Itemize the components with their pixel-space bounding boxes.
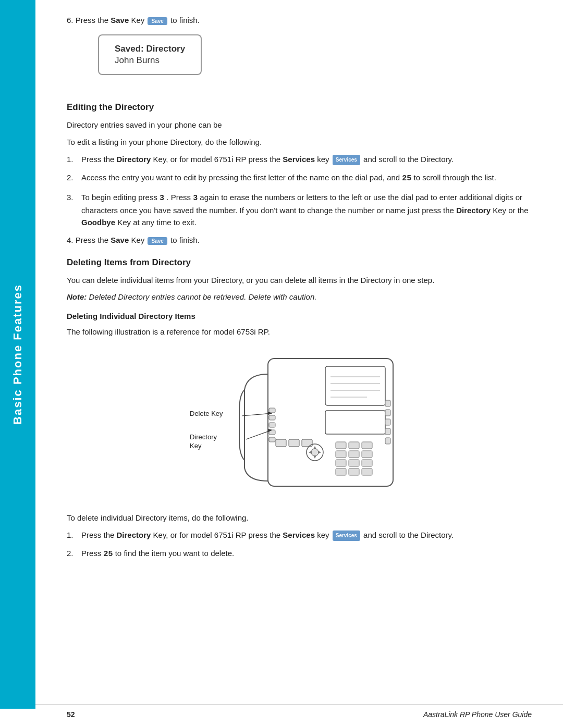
step6-after: to finish. (170, 16, 200, 24)
illustration-caption: The following illustration is a referenc… (67, 326, 532, 338)
deleting-heading: Deleting Items from Directory (67, 257, 532, 268)
svg-rect-34 (269, 415, 275, 420)
directory-key-label-text: DirectoryKey (190, 433, 217, 450)
step6-bold: Save (111, 16, 129, 24)
svg-rect-16 (336, 442, 346, 449)
directory-bold-1: Directory (117, 155, 151, 164)
mono-3-1: 3 (160, 194, 164, 203)
svg-rect-22 (336, 460, 346, 466)
item-num-2: 2. (67, 171, 81, 183)
del-item-num-2: 2. (67, 547, 81, 559)
svg-rect-32 (385, 438, 390, 444)
del-item-content-1: Press the Directory Key, or for model 67… (81, 529, 532, 541)
saved-directory-box: Saved: Directory John Burns (98, 34, 202, 75)
item-content-3: To begin editing press 3 . Press 3 again… (81, 191, 532, 229)
item4-mid: Key (129, 236, 144, 244)
editing-para1: Directory entries saved in your phone ca… (67, 119, 532, 131)
step6-mid: Key (129, 16, 144, 24)
item4-before: 4. Press the (67, 236, 111, 244)
note-bold: Note: (67, 292, 87, 301)
svg-rect-35 (269, 423, 275, 427)
item-content-1: Press the Directory Key, or for model 67… (81, 153, 532, 165)
save-key-button-2: Save (148, 237, 167, 245)
main-content: 6. Press the Save Key Save to finish. Sa… (35, 0, 563, 599)
svg-rect-1 (325, 366, 385, 405)
svg-rect-30 (385, 419, 390, 425)
directory-bold-3: Directory (117, 530, 151, 539)
directory-bold-2: Directory (456, 206, 491, 215)
svg-rect-33 (269, 408, 275, 413)
svg-rect-24 (362, 460, 372, 466)
svg-rect-6 (325, 411, 385, 434)
svg-rect-19 (336, 451, 346, 458)
editing-item-1: 1. Press the Directory Key, or for model… (67, 153, 532, 165)
svg-rect-20 (349, 451, 359, 458)
sidebar-label: Basic Phone Features (11, 284, 25, 425)
editing-list: 1. Press the Directory Key, or for model… (67, 153, 532, 228)
deleting-note: Note: Deleted Directory entries cannot b… (67, 291, 532, 303)
directory-key-label: DirectoryKey (190, 433, 217, 451)
goodbye-bold: Goodbye (81, 218, 115, 227)
saved-box-line1: Saved: Directory (115, 44, 185, 54)
editing-item-3: 3. To begin editing press 3 . Press 3 ag… (67, 191, 532, 229)
step6-before: 6. Press the (67, 16, 111, 24)
svg-marker-12 (313, 446, 316, 449)
services-bold-1: Services (283, 155, 315, 164)
delete-key-label: Delete Key (190, 410, 223, 417)
svg-rect-18 (362, 442, 372, 449)
phone-svg (190, 348, 409, 499)
services-badge-1: Services (333, 155, 360, 165)
editing-heading: Editing the Directory (67, 102, 532, 113)
phone-illustration: Delete Key DirectoryKey (190, 348, 409, 499)
deleting-para1: You can delete individual items from you… (67, 274, 532, 286)
svg-rect-0 (268, 359, 393, 486)
save-key-button: Save (148, 17, 167, 25)
services-bold-2: Services (283, 530, 315, 539)
item-num-3: 3. (67, 191, 81, 203)
footer-title: AastraLink RP Phone User Guide (423, 710, 532, 719)
services-badge-2: Services (333, 530, 360, 541)
editing-item-2: 2. Access the entry you want to edit by … (67, 171, 532, 184)
mono-3-2: 3 (193, 194, 198, 203)
deleting-list: 1. Press the Directory Key, or for model… (67, 529, 532, 561)
note-italic: Deleted Directory entries cannot be retr… (89, 292, 317, 301)
step6-text: 6. Press the Save Key Save to finish. (67, 16, 532, 25)
svg-marker-13 (313, 455, 316, 459)
editing-para2: To edit a listing in your phone Director… (67, 136, 532, 148)
mono-25-1: 25 (402, 174, 411, 183)
svg-rect-25 (336, 468, 346, 475)
mono-25-2: 25 (104, 550, 113, 559)
svg-rect-31 (385, 428, 390, 435)
delete-para-after: To delete individual Directory items, do… (67, 512, 532, 524)
footer: 52 AastraLink RP Phone User Guide (35, 705, 563, 719)
svg-rect-29 (385, 410, 390, 416)
editing-item4: 4. Press the Save Key Save to finish. (67, 236, 532, 245)
svg-marker-15 (318, 451, 321, 454)
item4-after: to finish. (170, 236, 200, 244)
svg-marker-14 (309, 451, 312, 454)
deleting-individual-heading: Deleting Individual Directory Items (67, 312, 532, 320)
svg-rect-7 (276, 439, 286, 447)
svg-rect-8 (289, 439, 299, 447)
svg-rect-37 (269, 437, 275, 442)
svg-rect-23 (349, 460, 359, 466)
deleting-item-1: 1. Press the Directory Key, or for model… (67, 529, 532, 541)
svg-rect-21 (362, 451, 372, 458)
item-content-2: Access the entry you want to edit by pre… (81, 171, 532, 184)
svg-rect-28 (385, 400, 390, 406)
del-item-num-1: 1. (67, 529, 81, 541)
item4-bold: Save (111, 236, 129, 244)
deleting-item-2: 2. Press 25 to find the item you want to… (67, 547, 532, 560)
svg-rect-26 (349, 468, 359, 475)
saved-box-line2: John Burns (115, 55, 185, 66)
sidebar: Basic Phone Features (0, 0, 35, 709)
footer-page-number: 52 (67, 710, 75, 719)
del-item-content-2: Press 25 to find the item you want to de… (81, 547, 532, 560)
svg-point-11 (311, 449, 319, 456)
item-num-1: 1. (67, 153, 81, 165)
svg-rect-17 (349, 442, 359, 449)
svg-rect-27 (362, 468, 372, 475)
